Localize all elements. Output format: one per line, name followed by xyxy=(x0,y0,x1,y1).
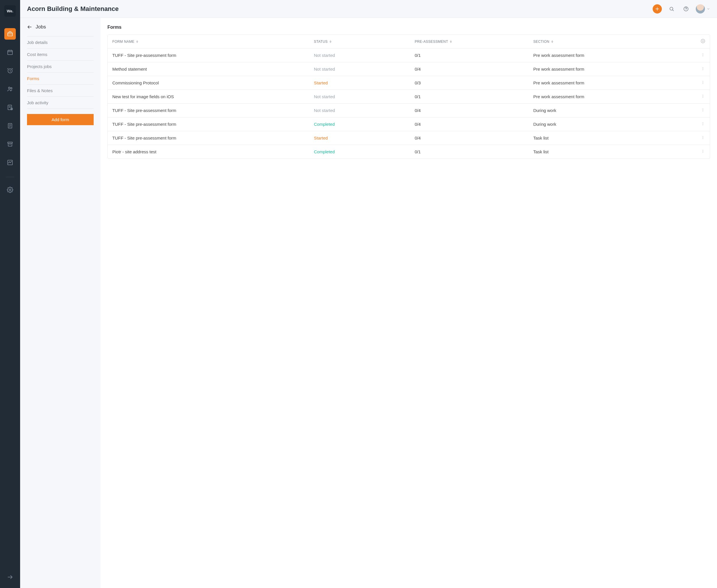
col-pre-assessment[interactable]: PRE-ASSESSMENT xyxy=(415,40,452,44)
cell-status: Not started xyxy=(314,53,415,58)
help-button[interactable] xyxy=(681,4,691,14)
col-status-label: STATUS xyxy=(314,40,328,44)
table-row[interactable]: TUFF - Site pre-assessment formStarted0/… xyxy=(108,131,710,145)
table-row[interactable]: New test for image fields on iOSNot star… xyxy=(108,90,710,104)
cell-pre-assessment: 0/4 xyxy=(415,122,533,127)
document-icon xyxy=(7,123,13,129)
panel-nav-item[interactable]: Cost items xyxy=(27,48,94,61)
help-icon xyxy=(683,6,689,12)
nav-settings[interactable] xyxy=(4,184,16,195)
cell-section: Pre work assessment form xyxy=(533,94,697,99)
nav-archive[interactable] xyxy=(4,139,16,150)
table-settings-button[interactable] xyxy=(701,39,705,44)
arrow-right-icon xyxy=(7,574,13,580)
search-icon xyxy=(669,6,674,12)
cell-form-name: TUFF - Site pre-assessment form xyxy=(112,135,314,141)
add-form-button[interactable]: Add form xyxy=(27,114,94,125)
add-button[interactable] xyxy=(653,4,662,14)
brand-logo: We. xyxy=(4,5,16,17)
cell-section: During work xyxy=(533,108,697,113)
svg-point-46 xyxy=(703,82,703,83)
row-actions-button[interactable] xyxy=(701,122,705,127)
panel-nav-item[interactable]: Job activity xyxy=(27,97,94,109)
row-actions-button[interactable] xyxy=(701,80,705,86)
cell-section: During work xyxy=(533,122,697,127)
row-actions-button[interactable] xyxy=(701,135,705,141)
gear-icon xyxy=(701,39,705,43)
kebab-icon xyxy=(701,94,705,99)
nav-calendar[interactable] xyxy=(4,46,16,58)
svg-point-56 xyxy=(703,125,703,125)
svg-point-55 xyxy=(703,123,703,124)
svg-point-51 xyxy=(703,108,703,109)
nav-activity[interactable] xyxy=(4,157,16,168)
nav-alarm[interactable] xyxy=(4,65,16,76)
user-menu[interactable] xyxy=(696,4,710,14)
calendar-icon xyxy=(7,49,13,56)
table-row[interactable]: Commissioning ProtocolStarted0/3Pre work… xyxy=(108,76,710,90)
table-row[interactable]: Piotr - site address testCompleted0/1Tas… xyxy=(108,145,710,159)
panel-nav: Job detailsCost itemsProjects jobsFormsF… xyxy=(27,36,94,109)
panel-nav-item[interactable]: Forms xyxy=(27,72,94,85)
cell-status: Completed xyxy=(314,149,415,154)
row-actions-button[interactable] xyxy=(701,149,705,154)
svg-point-38 xyxy=(702,41,703,42)
table-row[interactable]: TUFF - Site pre-assessment formCompleted… xyxy=(108,118,710,131)
svg-marker-31 xyxy=(136,42,138,43)
svg-rect-0 xyxy=(8,33,13,36)
rail-divider xyxy=(6,177,14,177)
nav-people[interactable] xyxy=(4,83,16,95)
svg-point-49 xyxy=(703,96,703,97)
panel-nav-item[interactable]: Projects jobs xyxy=(27,61,94,72)
svg-rect-2 xyxy=(8,50,13,55)
cell-pre-assessment: 0/3 xyxy=(415,80,533,85)
panel-nav-item[interactable]: Files & Notes xyxy=(27,85,94,97)
nav-document[interactable] xyxy=(4,120,16,131)
svg-marker-37 xyxy=(551,42,553,43)
svg-point-8 xyxy=(11,88,12,89)
cell-form-name: Piotr - site address test xyxy=(112,149,314,154)
svg-point-59 xyxy=(703,139,703,139)
nav-briefcase[interactable] xyxy=(4,28,16,40)
panel-nav-item[interactable]: Job details xyxy=(27,36,94,48)
search-button[interactable] xyxy=(667,4,676,14)
row-actions-button[interactable] xyxy=(701,66,705,72)
table-row[interactable]: TUFF - Site pre-assessment formNot start… xyxy=(108,104,710,118)
svg-point-58 xyxy=(703,137,703,138)
rail-expand-button[interactable] xyxy=(4,571,16,583)
nav-receipt[interactable] xyxy=(4,102,16,113)
cell-form-name: TUFF - Site pre-assessment form xyxy=(112,53,314,58)
svg-point-61 xyxy=(703,151,703,152)
cell-section: Pre work assessment form xyxy=(533,67,697,71)
row-actions-button[interactable] xyxy=(701,52,705,58)
row-actions-button[interactable] xyxy=(701,94,705,99)
svg-point-40 xyxy=(703,55,703,55)
sort-icon xyxy=(329,40,331,43)
alarm-icon xyxy=(7,67,13,74)
col-section[interactable]: SECTION xyxy=(533,40,553,44)
people-icon xyxy=(7,86,13,92)
back-to-jobs[interactable]: Jobs xyxy=(27,24,94,30)
cell-form-name: Method statement xyxy=(112,67,314,71)
page-title: Acorn Building & Maintenance xyxy=(27,5,119,13)
col-status[interactable]: STATUS xyxy=(314,40,331,44)
cell-status: Started xyxy=(314,135,415,141)
svg-point-50 xyxy=(703,97,703,98)
table-row[interactable]: TUFF - Site pre-assessment formNot start… xyxy=(108,48,710,62)
col-form-name[interactable]: FORM NAME xyxy=(112,40,138,44)
svg-marker-33 xyxy=(329,42,331,43)
row-actions-button[interactable] xyxy=(701,108,705,113)
table-row[interactable]: Method statementNot started0/4Pre work a… xyxy=(108,62,710,76)
svg-rect-18 xyxy=(8,143,12,146)
avatar xyxy=(696,4,705,14)
kebab-icon xyxy=(701,108,705,112)
svg-point-25 xyxy=(670,7,673,10)
svg-point-42 xyxy=(703,67,703,68)
section-heading: Forms xyxy=(107,25,710,30)
forms-table: FORM NAME STATUS xyxy=(107,35,710,159)
sort-icon xyxy=(136,40,138,43)
chevron-down-icon xyxy=(706,7,710,10)
sort-icon xyxy=(551,40,553,43)
briefcase-icon xyxy=(7,31,13,37)
svg-point-53 xyxy=(703,111,703,111)
